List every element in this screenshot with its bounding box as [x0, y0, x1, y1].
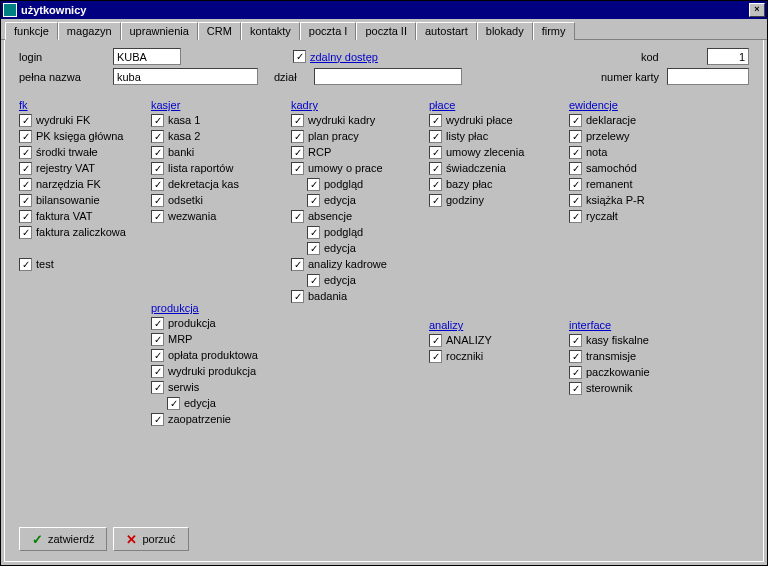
ok-button[interactable]: ✓ zatwierdź	[19, 527, 107, 551]
cb[interactable]	[19, 210, 32, 223]
cb[interactable]	[569, 146, 582, 159]
cb-label: analizy kadrowe	[308, 258, 387, 271]
analizy-header[interactable]: analizy	[429, 319, 569, 331]
window: użytkownicy × funkcje magazyn uprawnieni…	[0, 0, 768, 566]
cb[interactable]	[307, 194, 320, 207]
cb[interactable]	[291, 130, 304, 143]
tab-funkcje[interactable]: funkcje	[5, 22, 58, 40]
kadry-header[interactable]: kadry	[291, 99, 429, 111]
cb[interactable]	[307, 274, 320, 287]
cb[interactable]	[19, 146, 32, 159]
cb-label: MRP	[168, 333, 192, 346]
cb[interactable]	[291, 290, 304, 303]
cb-label: umowy zlecenia	[446, 146, 524, 159]
cb[interactable]	[307, 226, 320, 239]
karta-label: numer karty	[601, 71, 661, 83]
tab-poczta1[interactable]: poczta I	[300, 22, 357, 40]
cb-label: opłata produktowa	[168, 349, 258, 362]
ewidencje-header[interactable]: ewidencje	[569, 99, 709, 111]
cb[interactable]	[151, 349, 164, 362]
cb-label: badania	[308, 290, 347, 303]
top-row-2: pełna nazwa dział numer karty	[19, 68, 749, 85]
cb[interactable]	[429, 114, 442, 127]
karta-input[interactable]	[667, 68, 749, 85]
tab-poczta2[interactable]: poczta II	[356, 22, 416, 40]
cb-label: lista raportów	[168, 162, 233, 175]
cb[interactable]	[569, 162, 582, 175]
cb-label: wezwania	[168, 210, 216, 223]
cb[interactable]	[19, 162, 32, 175]
cb[interactable]	[151, 413, 164, 426]
zdalny-label[interactable]: zdalny dostęp	[310, 51, 378, 63]
cb[interactable]	[429, 130, 442, 143]
cb[interactable]	[429, 178, 442, 191]
cb[interactable]	[19, 258, 32, 271]
cb[interactable]	[569, 350, 582, 363]
cb[interactable]	[429, 162, 442, 175]
tab-autostart[interactable]: autostart	[416, 22, 477, 40]
cb[interactable]	[167, 397, 180, 410]
cb-label: ryczałt	[586, 210, 618, 223]
cancel-button[interactable]: ✕ porzuć	[113, 527, 188, 551]
cb[interactable]	[19, 194, 32, 207]
cb[interactable]	[151, 178, 164, 191]
login-input[interactable]	[113, 48, 181, 65]
cb[interactable]	[569, 366, 582, 379]
cb[interactable]	[429, 194, 442, 207]
cb[interactable]	[291, 258, 304, 271]
cb[interactable]	[151, 333, 164, 346]
cb[interactable]	[19, 114, 32, 127]
produkcja-header[interactable]: produkcja	[151, 302, 291, 314]
cb[interactable]	[19, 226, 32, 239]
tab-kontakty[interactable]: kontakty	[241, 22, 300, 40]
pelna-input[interactable]	[113, 68, 258, 85]
cb[interactable]	[429, 350, 442, 363]
cb[interactable]	[291, 114, 304, 127]
cb[interactable]	[569, 334, 582, 347]
cb[interactable]	[569, 130, 582, 143]
cb[interactable]	[151, 317, 164, 330]
cb[interactable]	[291, 210, 304, 223]
tab-firmy[interactable]: firmy	[533, 22, 575, 40]
tab-crm[interactable]: CRM	[198, 22, 241, 40]
cb[interactable]	[151, 162, 164, 175]
kod-input[interactable]	[707, 48, 749, 65]
cb[interactable]	[307, 242, 320, 255]
cb[interactable]	[151, 365, 164, 378]
tab-magazyn[interactable]: magazyn	[58, 22, 121, 40]
cb[interactable]	[151, 130, 164, 143]
cb[interactable]	[19, 178, 32, 191]
kasjer-header[interactable]: kasjer	[151, 99, 291, 111]
dzial-input[interactable]	[314, 68, 462, 85]
check-icon: ✓	[32, 532, 43, 547]
ok-label: zatwierdź	[48, 533, 94, 545]
cb[interactable]	[19, 130, 32, 143]
cb[interactable]	[569, 114, 582, 127]
cb[interactable]	[429, 334, 442, 347]
cb[interactable]	[569, 178, 582, 191]
cb[interactable]	[569, 194, 582, 207]
cb[interactable]	[291, 162, 304, 175]
tab-blokady[interactable]: blokady	[477, 22, 533, 40]
zdalny-checkbox[interactable]	[293, 50, 306, 63]
cb[interactable]	[151, 210, 164, 223]
interface-header[interactable]: interface	[569, 319, 709, 331]
cb[interactable]	[151, 114, 164, 127]
cb-label: podgląd	[324, 178, 363, 191]
close-icon[interactable]: ×	[749, 3, 765, 17]
cb-label: banki	[168, 146, 194, 159]
cb[interactable]	[429, 146, 442, 159]
place-header[interactable]: płace	[429, 99, 569, 111]
cb[interactable]	[151, 194, 164, 207]
fk-header[interactable]: fk	[19, 99, 151, 111]
cb-label: RCP	[308, 146, 331, 159]
cb[interactable]	[307, 178, 320, 191]
cb[interactable]	[151, 381, 164, 394]
cb[interactable]	[569, 210, 582, 223]
cb[interactable]	[569, 382, 582, 395]
tab-uprawnienia[interactable]: uprawnienia	[121, 22, 198, 40]
app-icon	[3, 3, 17, 17]
cb[interactable]	[151, 146, 164, 159]
cb[interactable]	[291, 146, 304, 159]
cb-label: edycja	[324, 194, 356, 207]
